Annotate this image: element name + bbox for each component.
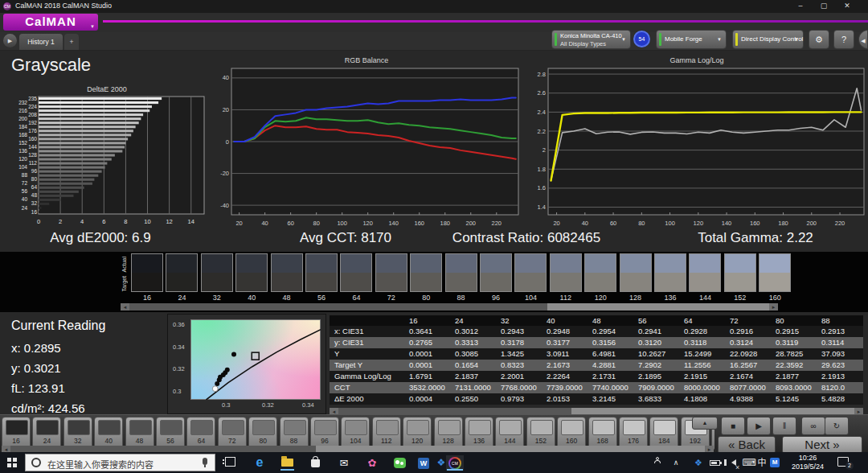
swatch-104 bbox=[514, 253, 547, 292]
pattern-button-152[interactable]: 152 bbox=[526, 417, 555, 450]
pattern-button-16[interactable]: 16 bbox=[2, 417, 31, 450]
taskbar-app-mail[interactable]: ✉ bbox=[335, 455, 353, 471]
taskbar-app-store[interactable] bbox=[307, 455, 325, 471]
meter-sync-badge[interactable]: 54 bbox=[633, 31, 650, 47]
play-button[interactable]: ▶ bbox=[747, 417, 771, 435]
pattern-button-80[interactable]: 80 bbox=[248, 417, 277, 450]
strip-scroll-right[interactable]: ▸ bbox=[769, 303, 778, 311]
taskbar-app-file-explorer[interactable] bbox=[279, 455, 297, 471]
swatch-actual bbox=[166, 254, 197, 273]
pattern-gray-patch bbox=[376, 420, 399, 435]
swatch-160 bbox=[759, 253, 791, 292]
tray-ime-indicator[interactable]: 中 bbox=[755, 452, 768, 473]
source-dropdown[interactable]: Mobile Forge ▼ bbox=[656, 30, 727, 49]
tab-history-1[interactable]: History 1 bbox=[19, 34, 63, 50]
pattern-button-64[interactable]: 64 bbox=[186, 417, 215, 450]
swatch-target bbox=[306, 273, 337, 291]
tray-battery[interactable] bbox=[707, 452, 723, 473]
collapse-panel-button[interactable]: ◀ bbox=[858, 30, 868, 49]
stop-button[interactable]: ■ bbox=[721, 417, 745, 435]
continuous-button[interactable]: ∞ bbox=[801, 417, 825, 435]
svg-text:64: 64 bbox=[31, 184, 38, 190]
display-control-dropdown[interactable]: Direct Display Control ▼ bbox=[732, 30, 804, 49]
tray-people-button[interactable] bbox=[649, 452, 667, 473]
tab-nav-button[interactable]: ▶ bbox=[3, 34, 17, 47]
page-title: Grayscale bbox=[11, 55, 91, 76]
meter-dropdown[interactable]: Konica Minolta CA-410 All Display Types … bbox=[551, 30, 631, 49]
swatch-48 bbox=[271, 253, 303, 292]
pattern-button-104[interactable]: 104 bbox=[341, 417, 370, 450]
tray-ime-mode[interactable]: M bbox=[768, 452, 783, 473]
pattern-button-136[interactable]: 136 bbox=[465, 417, 493, 450]
svg-text:100: 100 bbox=[665, 220, 675, 227]
tray-volume[interactable]: × bbox=[723, 452, 741, 473]
svg-text:20: 20 bbox=[235, 220, 242, 227]
swatch-112 bbox=[550, 253, 582, 292]
svg-text:180: 180 bbox=[778, 220, 788, 227]
pattern-button-128[interactable]: 128 bbox=[434, 417, 463, 450]
tray-touch-keyboard[interactable]: ⌨ bbox=[741, 452, 757, 473]
tray-action-center[interactable]: 2 bbox=[834, 452, 854, 473]
next-button[interactable]: Next » bbox=[782, 436, 862, 454]
maximize-button[interactable]: ▢ bbox=[813, 0, 834, 13]
svg-text:235: 235 bbox=[28, 96, 37, 101]
pattern-button-24[interactable]: 24 bbox=[32, 417, 61, 450]
taskbar-app-wechat[interactable] bbox=[391, 455, 409, 471]
tray-cloud-app[interactable]: ❖ bbox=[691, 452, 706, 473]
loop-button[interactable]: ↻ bbox=[825, 417, 849, 435]
settings-button[interactable]: ⚙ bbox=[809, 30, 829, 49]
pause-button[interactable]: ‖ bbox=[772, 417, 796, 435]
taskbar-app-media[interactable]: ✿ bbox=[363, 455, 381, 471]
table-cell: 3.0911 bbox=[542, 348, 588, 360]
swatch-56 bbox=[305, 253, 338, 292]
svg-text:140: 140 bbox=[722, 220, 732, 227]
swatch-144 bbox=[689, 253, 721, 292]
pattern-button-32[interactable]: 32 bbox=[63, 417, 92, 450]
strip-scrollbar[interactable] bbox=[129, 303, 769, 311]
taskbar-app-word[interactable]: W bbox=[415, 455, 432, 471]
pattern-button-184[interactable]: 184 bbox=[649, 417, 678, 450]
pattern-button-96[interactable]: 96 bbox=[310, 417, 339, 450]
pattern-button-160[interactable]: 160 bbox=[557, 417, 586, 450]
tray-show-hidden-icons[interactable]: ∧ bbox=[669, 452, 683, 473]
pattern-button-120[interactable]: 120 bbox=[403, 417, 432, 450]
table-row: x: CIE310.36410.30120.29430.29480.29540.… bbox=[330, 326, 863, 337]
back-button[interactable]: « Back bbox=[718, 436, 776, 454]
help-button[interactable]: ? bbox=[833, 30, 854, 49]
swatch-target bbox=[166, 273, 197, 291]
swatch-target bbox=[411, 273, 441, 291]
pattern-button-112[interactable]: 112 bbox=[372, 417, 401, 450]
pattern-button-56[interactable]: 56 bbox=[156, 417, 185, 450]
table-row-label: ΔE 2000 bbox=[330, 393, 405, 405]
pattern-button-72[interactable]: 72 bbox=[218, 417, 247, 450]
svg-text:1.6: 1.6 bbox=[538, 184, 546, 191]
pattern-level-label: 200 bbox=[712, 437, 714, 445]
calman-taskbar-icon bbox=[448, 457, 461, 470]
pattern-button-168[interactable]: 168 bbox=[588, 417, 617, 450]
tab-add-button[interactable]: + bbox=[64, 34, 79, 50]
strip-scroll-left[interactable]: ◂ bbox=[121, 303, 129, 311]
pattern-button-144[interactable]: 144 bbox=[495, 417, 524, 450]
task-view-button[interactable] bbox=[222, 455, 240, 471]
expand-patterns-button[interactable]: ▲ bbox=[692, 417, 718, 430]
svg-text:10: 10 bbox=[144, 218, 150, 225]
pattern-button-48[interactable]: 48 bbox=[125, 417, 154, 450]
swatch-level-label: 56 bbox=[305, 294, 338, 302]
taskbar-app-edge[interactable]: e bbox=[251, 455, 268, 471]
minimize-button[interactable]: – bbox=[790, 0, 811, 13]
taskbar-search-input[interactable]: 在这里输入你要搜索的内容 bbox=[25, 454, 215, 471]
close-button[interactable]: ✕ bbox=[837, 0, 858, 13]
pattern-button-40[interactable]: 40 bbox=[94, 417, 123, 450]
pattern-gray-patch bbox=[222, 420, 244, 435]
pattern-button-88[interactable]: 88 bbox=[280, 417, 309, 450]
cie-chart-panel: 0.360.340.320.30.30.320.34 bbox=[167, 314, 326, 414]
swatch-actual bbox=[655, 254, 686, 273]
start-button[interactable] bbox=[0, 452, 24, 473]
target-point bbox=[252, 352, 259, 360]
taskbar-app-calman[interactable] bbox=[446, 455, 464, 471]
pattern-button-176[interactable]: 176 bbox=[619, 417, 648, 450]
calman-logo-menu[interactable]: CalMAN ▼ bbox=[3, 14, 98, 31]
calman-app-window: CM CalMAN 2018 CalMAN Studio – ▢ ✕ CalMA… bbox=[0, 0, 868, 473]
tray-clock[interactable]: 10:26 2019/5/24 bbox=[784, 454, 831, 471]
strip-scroll-thumb[interactable] bbox=[129, 303, 547, 311]
